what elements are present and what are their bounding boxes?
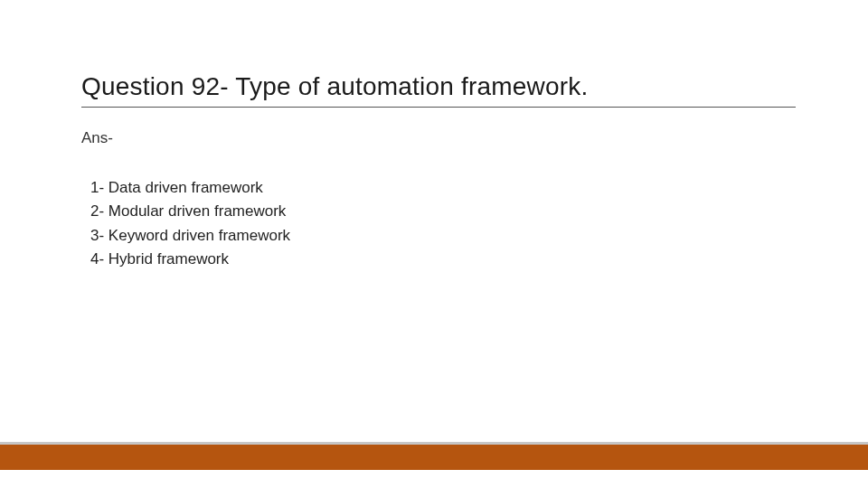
slide: Question 92- Type of automation framewor… (0, 0, 868, 488)
slide-content: Question 92- Type of automation framewor… (81, 72, 796, 271)
answer-label: Ans- (81, 129, 796, 147)
list-item: 3- Keyword driven framework (90, 224, 796, 248)
answer-list: 1- Data driven framework 2- Modular driv… (81, 176, 796, 271)
list-item: 2- Modular driven framework (90, 200, 796, 223)
slide-title: Question 92- Type of automation framewor… (81, 72, 796, 108)
list-item: 4- Hybrid framework (90, 248, 796, 271)
list-item: 1- Data driven framework (90, 176, 796, 200)
accent-bar (0, 442, 868, 470)
